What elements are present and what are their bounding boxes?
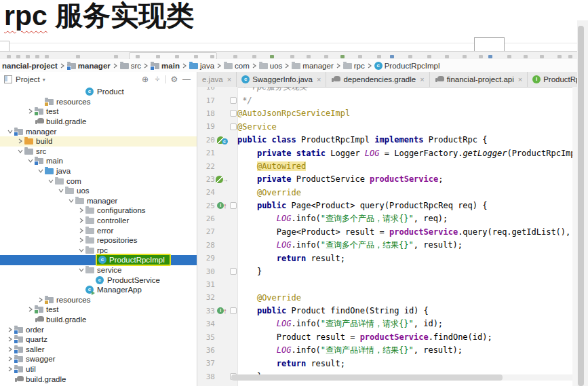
toolbar-icon[interactable] [307, 55, 311, 58]
toolbar-icon[interactable] [252, 55, 256, 58]
tree-item-manager[interactable]: manager [0, 196, 197, 206]
fold-marker-icon[interactable] [230, 110, 237, 117]
code-line-29[interactable]: 29 return result; [197, 252, 577, 265]
fold-marker-icon[interactable] [230, 202, 237, 209]
fold-marker-icon[interactable] [230, 97, 237, 104]
code-line-21[interactable]: 21 private static Logger LOG = LoggerFac… [197, 147, 577, 159]
code-line-18[interactable]: 18@AutoJsonRpcServiceImpl [197, 107, 577, 120]
toolbar-icon[interactable] [427, 55, 431, 58]
toolbar-icon[interactable] [210, 55, 214, 58]
toolbar-icon[interactable] [156, 55, 160, 58]
toolbar-icon[interactable] [377, 55, 381, 58]
fold-marker-icon[interactable] [230, 123, 237, 130]
tree-item-ProductService[interactable]: cProductService [0, 275, 197, 285]
editor-tab-ProductRpc.java[interactable]: IProductRpc.java× [528, 72, 577, 87]
code-line-32[interactable]: 32 @Override [197, 291, 577, 304]
tree-item-repositories[interactable]: repositories [0, 235, 197, 246]
toolbar-icon[interactable] [524, 55, 528, 58]
breadcrumb-item-java[interactable]: java [189, 62, 214, 70]
toolbar-icon[interactable] [114, 55, 118, 58]
editor-tab-dependencies.gradle[interactable]: dependencies.gradle× [326, 72, 429, 87]
chevron-expanded-icon[interactable] [36, 166, 45, 176]
locate-button[interactable]: ⊕ [139, 74, 151, 85]
tree-item-controller[interactable]: controller [0, 216, 197, 226]
toolbar-icon[interactable] [270, 55, 274, 58]
breadcrumb-item-uos[interactable]: uos [259, 62, 283, 70]
code-line-26[interactable]: 26 LOG.info("查询多个产品，请求{}", req); [197, 212, 577, 225]
breadcrumb-item-manager[interactable]: manager [67, 62, 111, 70]
tree-item-swagger[interactable]: swagger [0, 354, 197, 364]
tree-item-uos[interactable]: uos [0, 186, 197, 196]
chevron-expanded-icon[interactable] [77, 265, 85, 275]
toolbar-icon[interactable] [463, 55, 467, 58]
chevron-expanded-icon[interactable] [16, 147, 24, 156]
settings-button[interactable]: ⚙ [168, 74, 180, 85]
code-line-30[interactable]: 30 } [197, 265, 577, 277]
collapse-all-button[interactable]: ÷ [151, 74, 163, 85]
close-icon[interactable]: × [227, 75, 231, 83]
code-line-24[interactable]: 24 @Override [197, 186, 577, 199]
chevron-expanded-icon[interactable] [46, 176, 55, 186]
toolbar-icon[interactable] [136, 55, 140, 58]
chevron-down-icon[interactable]: ▾ [43, 77, 45, 83]
code-line-23[interactable]: 23→ private ProductService productServic… [197, 173, 577, 186]
vertical-scrollbar[interactable] [572, 87, 577, 386]
code-line-34[interactable]: 34 LOG.info("查询产品详情，请求{}", id); [197, 317, 577, 330]
toolbar-icon[interactable] [540, 55, 544, 58]
tree-item-quartz[interactable]: quartz [0, 334, 197, 345]
code-line-19[interactable]: 19@Service [197, 120, 577, 133]
close-icon[interactable]: × [518, 75, 522, 83]
tree-item-build.gradle[interactable]: build.gradle [0, 315, 197, 325]
chevron-collapsed-icon[interactable] [77, 235, 85, 245]
toolbar-icon[interactable] [233, 55, 237, 58]
tree-item-ProductRpcImpl[interactable]: cProductRpcImpl [0, 255, 197, 265]
tree-item-src[interactable]: src [0, 147, 197, 157]
chevron-collapsed-icon[interactable] [16, 136, 24, 146]
toolbar-icon[interactable] [408, 55, 412, 58]
editor-tab-SwaggerInfo.java[interactable]: cSwaggerInfo.java× [237, 72, 326, 87]
code-line-28[interactable]: 28 LOG.info("查询多个产品，结果{}", result); [197, 239, 577, 252]
fold-marker-icon[interactable] [230, 307, 237, 314]
code-line-22[interactable]: 22 @Autowired [197, 159, 577, 172]
tree-item-test[interactable]: test [0, 305, 197, 315]
toolbar-icon[interactable] [445, 55, 449, 58]
breadcrumb-item-ProductRpcImpl[interactable]: cProductRpcImpl [374, 62, 440, 70]
breadcrumb-item-com[interactable]: com [224, 62, 250, 70]
toolbar-icon[interactable] [35, 55, 39, 58]
tree-item-configurations[interactable]: configurations [0, 206, 197, 216]
tree-item-order[interactable]: order [0, 324, 197, 334]
toolbar-icon[interactable] [16, 55, 20, 58]
tree-item-manager[interactable]: manager [0, 126, 197, 136]
tree-item-com[interactable]: com [0, 176, 197, 186]
toolbar-icon[interactable] [7, 55, 11, 58]
toolbar-icon[interactable] [488, 55, 492, 58]
chevron-collapsed-icon[interactable] [77, 226, 85, 235]
toolbar-icon[interactable] [45, 55, 49, 58]
code-line-35[interactable]: 35 Product result = productService.findO… [197, 330, 577, 343]
breadcrumb-item-nancial-project[interactable]: nancial-project [2, 62, 58, 70]
tree-item-service[interactable]: service [0, 265, 197, 275]
tree-item-error[interactable]: error [0, 225, 197, 235]
chevron-expanded-icon[interactable] [66, 196, 75, 206]
toolbar-icon[interactable] [568, 55, 572, 58]
document-scrollbar-thumb[interactable] [578, 26, 584, 386]
toolbar-icon[interactable] [324, 55, 328, 58]
horizontal-scrollbar-thumb[interactable] [231, 374, 503, 381]
code-line-25[interactable]: 25I↑ public Page<Product> query(ProductR… [197, 199, 577, 212]
tree-item-build[interactable]: build [0, 136, 197, 147]
tree-item-resources[interactable]: resources [0, 294, 197, 305]
code-line-33[interactable]: 33I↑ public Product findOne(String id) { [197, 305, 577, 317]
toolbar-icon[interactable] [557, 55, 562, 58]
toolbar-icon[interactable] [26, 55, 30, 58]
breadcrumb-item-src[interactable]: src [120, 62, 141, 70]
editor-tab-financial-project.api[interactable]: financial-project.api× [430, 72, 528, 87]
tree-item-test[interactable]: test [0, 107, 197, 117]
toolbar-icon[interactable] [479, 55, 483, 58]
chevron-expanded-icon[interactable] [56, 186, 65, 195]
tree-item-main[interactable]: main [0, 156, 197, 166]
code-line-31[interactable]: 31 [197, 278, 577, 291]
close-icon[interactable]: × [317, 75, 321, 83]
tree-item-resources[interactable]: resources [0, 97, 197, 107]
code-line-27[interactable]: 27 Page<Product> result = productService… [197, 225, 577, 238]
toolbar-icon[interactable] [507, 55, 511, 58]
